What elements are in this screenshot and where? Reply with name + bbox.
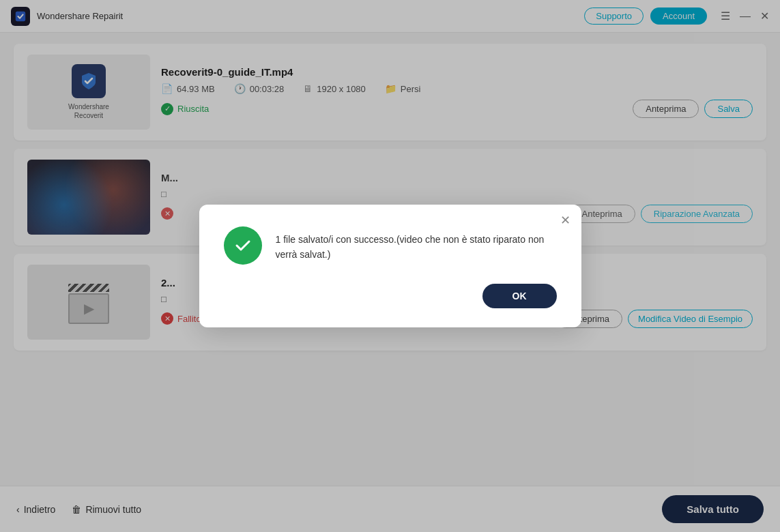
dialog-success-icon	[224, 226, 262, 265]
success-dialog: ✕ 1 file salvato/i con successo.(video c…	[199, 205, 581, 327]
dialog-message-line2: verrà salvat.)	[276, 249, 331, 260]
dialog-body: 1 file salvato/i con successo.(video che…	[224, 226, 557, 265]
ok-button[interactable]: OK	[482, 284, 557, 308]
dialog-message-line1: 1 file salvato/i con successo.(video che…	[276, 234, 545, 245]
dialog-message: 1 file salvato/i con successo.(video che…	[276, 226, 545, 263]
dialog-overlay: ✕ 1 file salvato/i con successo.(video c…	[0, 0, 780, 532]
dialog-footer: OK	[224, 284, 557, 308]
dialog-close-button[interactable]: ✕	[560, 214, 570, 226]
